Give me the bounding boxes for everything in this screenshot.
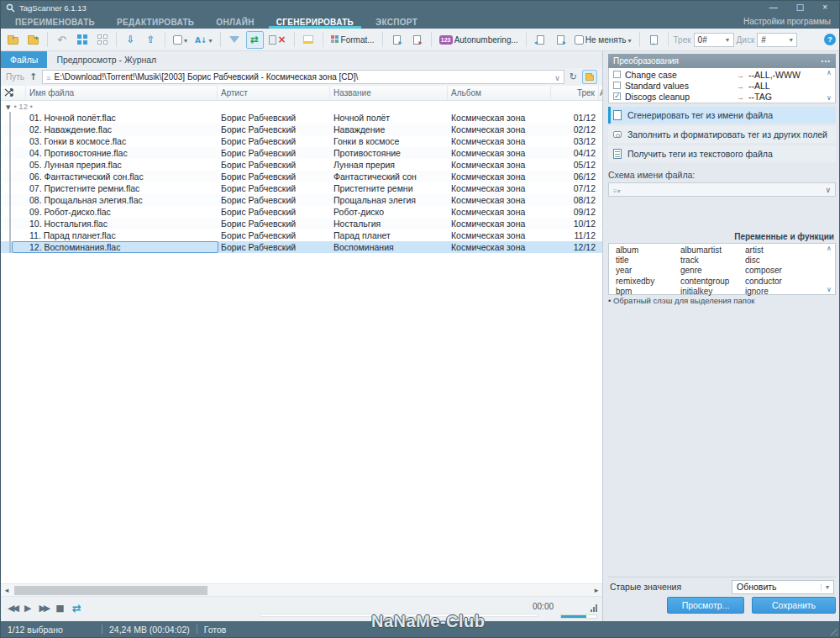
row-checkbox[interactable]	[9, 124, 11, 135]
row-checkbox[interactable]	[9, 159, 11, 171]
variable-item[interactable]: composer	[745, 266, 823, 276]
table-row[interactable]: 03. Гонки в космосе.flacБорис Рабчевский…	[1, 135, 602, 147]
select-all-button[interactable]	[73, 31, 91, 49]
variable-item[interactable]: album	[616, 245, 680, 256]
column-header-album[interactable]: Альбом	[448, 86, 551, 100]
variables-scrollbar[interactable]: ∧∨	[823, 244, 835, 294]
variable-item[interactable]: artist	[745, 245, 823, 256]
transform-item[interactable]: Discogs cleanup--TAG	[609, 91, 823, 102]
menu-rename[interactable]: ПЕРЕИМЕНОВАТЬ	[4, 14, 106, 29]
track-combo[interactable]: 0#▾	[694, 33, 734, 47]
paste-tag-button[interactable]: ▸	[552, 31, 570, 49]
old-values-combobox[interactable]: Обновить ▾	[732, 580, 834, 594]
loop-icon[interactable]	[72, 602, 81, 614]
stop-icon[interactable]	[55, 603, 64, 614]
scheme-combobox[interactable]	[608, 182, 836, 197]
row-checkbox[interactable]	[9, 194, 11, 206]
row-checkbox[interactable]	[9, 229, 11, 241]
save-button[interactable]: Сохранить	[752, 597, 836, 614]
menu-edit[interactable]: РЕДАКТИРОВАТЬ	[106, 14, 205, 29]
deselect-all-button[interactable]	[93, 31, 111, 49]
tab-preview-log[interactable]: Предпросмотр - Журнал	[47, 51, 165, 68]
row-checkbox[interactable]	[9, 171, 11, 182]
column-header-artist[interactable]: Артист	[218, 86, 330, 100]
play-icon[interactable]	[24, 603, 31, 614]
row-checkbox[interactable]	[9, 182, 11, 194]
case-menu-button[interactable]: Не менять	[572, 31, 634, 49]
row-checkbox[interactable]	[9, 112, 11, 124]
variable-item[interactable]: genre	[680, 266, 745, 276]
group-row[interactable]: • 12 •	[1, 101, 602, 112]
previous-track-icon[interactable]	[8, 603, 17, 614]
panel-menu-icon[interactable]: •••	[822, 57, 831, 65]
move-up-button[interactable]	[142, 31, 160, 49]
highlight-button[interactable]	[300, 31, 318, 49]
volume-slider[interactable]	[560, 614, 597, 619]
insert-field-button[interactable]: ↓	[645, 31, 663, 49]
row-checkbox[interactable]	[9, 147, 11, 159]
close-icon[interactable]: ×	[822, 3, 827, 13]
column-header-title[interactable]: Название	[330, 86, 448, 100]
preview-toggle-button[interactable]	[246, 31, 264, 49]
shuffle-column-icon[interactable]	[1, 86, 26, 100]
scroll-up-icon[interactable]: ∧	[827, 69, 832, 76]
sort-menu-button[interactable]	[192, 31, 215, 49]
remove-entries-button[interactable]	[266, 31, 289, 49]
scroll-up-icon[interactable]: ∧	[827, 245, 832, 252]
selection-menu-button[interactable]	[171, 31, 190, 49]
tab-files[interactable]: Файлы	[1, 51, 47, 68]
undo-button[interactable]	[53, 31, 71, 49]
refresh-icon[interactable]	[570, 71, 577, 82]
row-checkbox[interactable]	[9, 206, 11, 218]
variable-item[interactable]: year	[616, 266, 680, 276]
up-directory-icon[interactable]	[29, 71, 37, 82]
path-input[interactable]: E:\Download!\Torrent!\Musik\[2003] Борис…	[42, 70, 564, 84]
menu-generate[interactable]: СГЕНЕРИРОВАТЬ	[265, 14, 365, 29]
row-checkbox[interactable]	[9, 241, 11, 253]
action-tags-from-textfile[interactable]: Получить теги из текстового файла	[608, 145, 836, 162]
checkbox[interactable]	[613, 71, 621, 78]
add-files-button[interactable]: +	[24, 31, 42, 49]
scrollbar-thumb[interactable]	[14, 586, 207, 595]
variable-item[interactable]: track	[680, 256, 745, 266]
table-row[interactable]: 09. Робот-диско.flacБорис РабчевскийРобо…	[1, 206, 602, 218]
scroll-left-icon[interactable]: ◂	[1, 586, 13, 594]
variable-item[interactable]: disc	[745, 256, 823, 266]
format-button[interactable]: Format...	[328, 31, 377, 49]
filter-button[interactable]	[226, 31, 244, 49]
table-row[interactable]: 07. Пристегните ремни.flacБорис Рабчевск…	[1, 182, 602, 194]
menu-export[interactable]: ЭКСПОРТ	[365, 14, 428, 29]
path-menu-icon[interactable]	[46, 72, 50, 82]
variable-item[interactable]: contentgroup	[680, 277, 745, 287]
maximize-icon[interactable]: □	[796, 3, 804, 13]
copy-tag-button[interactable]: ◂	[532, 31, 549, 49]
scroll-right-icon[interactable]: ▸	[591, 586, 602, 594]
autonumbering-button[interactable]: 123Autonumbering...	[437, 31, 521, 49]
collapse-triangle-icon[interactable]	[6, 102, 10, 111]
checkbox-checked[interactable]	[613, 92, 621, 100]
next-track-icon[interactable]	[39, 603, 48, 614]
variable-item[interactable]: remixedby	[616, 277, 680, 287]
add-folder-button[interactable]: ↑	[4, 31, 22, 49]
import-playlist-button[interactable]: ▸	[388, 31, 406, 49]
row-checkbox[interactable]	[9, 135, 11, 147]
transform-item[interactable]: Change case--ALL,-WWW	[609, 69, 823, 80]
column-header-filename[interactable]: Имя файла	[26, 86, 218, 100]
program-settings-link[interactable]: Настройки программы	[743, 14, 836, 29]
browse-folder-button[interactable]	[582, 70, 597, 84]
horizontal-scrollbar[interactable]: ◂ ▸	[1, 583, 602, 596]
minimize-icon[interactable]: —	[769, 3, 778, 13]
row-checkbox[interactable]	[9, 218, 11, 229]
disc-combo[interactable]: #▾	[757, 33, 797, 47]
table-row[interactable]: 02. Наваждение.flacБорис РабчевскийНаваж…	[1, 124, 602, 135]
preview-button[interactable]: Просмотр...	[667, 597, 744, 614]
transform-item[interactable]: Standard values--ALL	[609, 80, 823, 91]
checkbox[interactable]	[613, 82, 621, 89]
table-row[interactable]: 08. Прощальная элегия.flacБорис Рабчевск…	[1, 194, 602, 206]
column-header-track[interactable]: Трек	[551, 86, 599, 100]
table-row[interactable]: 06. Фантастический сон.flacБорис Рабчевс…	[1, 171, 602, 182]
variable-item[interactable]: albumartist	[680, 245, 745, 256]
action-generate-from-filename[interactable]: Сгенерировать тег из имени файла	[608, 107, 836, 124]
path-dropdown-icon[interactable]	[554, 72, 560, 82]
table-row[interactable]: 10. Ностальгия.flacБорис РабчевскийНоста…	[1, 218, 602, 229]
